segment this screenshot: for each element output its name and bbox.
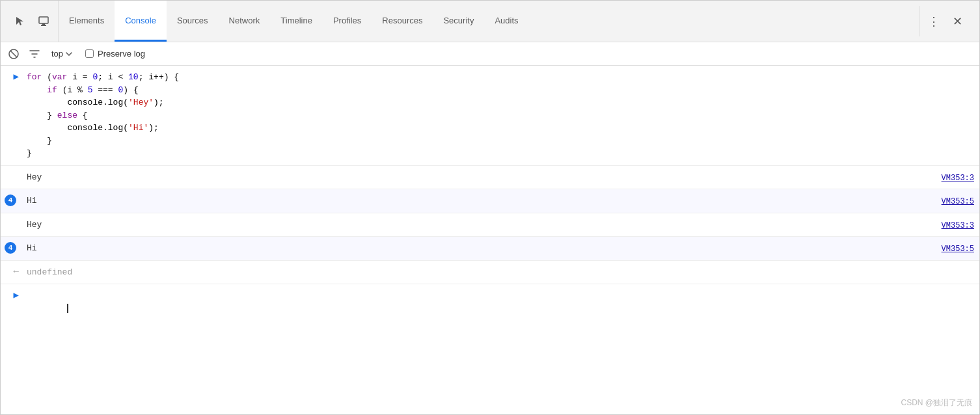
log-gutter-hi-2: 4 (1, 239, 21, 258)
svg-line-4 (10, 51, 17, 57)
filter-icon[interactable] (27, 46, 42, 62)
console-toolbar: top Preserve log (1, 42, 979, 66)
tab-timeline[interactable]: Timeline (270, 1, 323, 42)
log-content-hi-2: Hi VM353:5 (21, 239, 979, 258)
tab-audits[interactable]: Audits (484, 1, 528, 42)
svg-rect-1 (41, 25, 46, 26)
watermark: CSDN @独泪了无痕 (901, 397, 972, 408)
console-prompt-entry: ▶ (1, 284, 979, 333)
preserve-log-text: Preserve log (98, 49, 145, 59)
inspect-icon[interactable] (34, 12, 53, 31)
repeat-badge-hi-1: 4 (5, 194, 16, 206)
prompt-arrow-icon: ▶ (14, 289, 19, 301)
svg-rect-0 (39, 17, 48, 23)
svg-rect-2 (42, 23, 45, 25)
code-expand-icon[interactable]: ▶ (1, 68, 21, 163)
tab-resources[interactable]: Resources (372, 1, 433, 42)
return-content: undefined (21, 263, 979, 282)
tab-end-controls: ⋮ ✕ (911, 1, 974, 42)
return-undefined: ← undefined (1, 261, 979, 285)
log-gutter-hey-2 (1, 216, 21, 234)
code-text: for (var i = 0; i < 10; i++) { if (i % 5… (27, 71, 974, 160)
code-block-entry: ▶ for (var i = 0; i < 10; i++) { if (i %… (1, 66, 979, 166)
tab-list: Elements Console Sources Network Timelin… (59, 1, 911, 42)
cursor-blink (67, 304, 68, 313)
tab-elements[interactable]: Elements (59, 1, 115, 42)
log-source-hey-2[interactable]: VM353:3 (931, 219, 974, 230)
code-block-content: for (var i = 0; i < 10; i++) { if (i % 5… (21, 68, 979, 163)
return-gutter: ← (1, 263, 21, 282)
log-text-hi-1: Hi (27, 194, 931, 208)
tab-profiles[interactable]: Profiles (323, 1, 372, 42)
log-content-hey-2: Hey VM353:3 (21, 216, 979, 234)
devtools-tabbar: Elements Console Sources Network Timelin… (1, 1, 979, 42)
console-content: ▶ for (var i = 0; i < 10; i++) { if (i %… (1, 66, 979, 415)
tab-security[interactable]: Security (433, 1, 484, 42)
log-text-hey-1: Hey (27, 171, 931, 184)
context-selector[interactable]: top (48, 47, 76, 60)
preserve-log-checkbox[interactable] (85, 49, 94, 58)
cursor-icon[interactable] (11, 12, 29, 31)
tab-network[interactable]: Network (219, 1, 271, 42)
return-arrow-icon: ← (14, 266, 19, 276)
prompt-gutter: ▶ (1, 287, 21, 330)
log-hey-1: Hey VM353:3 (1, 166, 979, 190)
devtools-icons (6, 1, 59, 42)
log-gutter-1 (1, 168, 21, 187)
prompt-content (21, 287, 979, 330)
log-text-hi-2: Hi (27, 242, 931, 255)
tab-console[interactable]: Console (115, 1, 167, 42)
return-text: undefined (27, 266, 974, 279)
log-source-hi-1[interactable]: VM353:5 (931, 194, 974, 206)
more-options-icon[interactable]: ⋮ (925, 12, 943, 31)
prompt-text (27, 289, 974, 328)
context-label: top (51, 49, 63, 59)
chevron-down-icon (66, 52, 72, 56)
log-source-hi-2[interactable]: VM353:5 (931, 242, 974, 254)
log-content-hi-1: Hi VM353:5 (21, 192, 979, 210)
preserve-log-label[interactable]: Preserve log (81, 47, 149, 60)
log-content-hey-1: Hey VM353:3 (21, 168, 979, 187)
log-hey-2: Hey VM353:3 (1, 213, 979, 237)
log-text-hey-2: Hey (27, 219, 931, 232)
close-icon[interactable]: ✕ (948, 12, 966, 31)
repeat-badge-hi-2: 4 (5, 242, 16, 254)
tab-sources[interactable]: Sources (167, 1, 219, 42)
log-hi-2: 4 Hi VM353:5 (1, 237, 979, 261)
log-gutter-hi-1: 4 (1, 192, 21, 210)
log-source-hey-1[interactable]: VM353:3 (931, 171, 974, 183)
clear-console-icon[interactable] (6, 46, 21, 62)
log-hi-1: 4 Hi VM353:5 (1, 189, 979, 213)
